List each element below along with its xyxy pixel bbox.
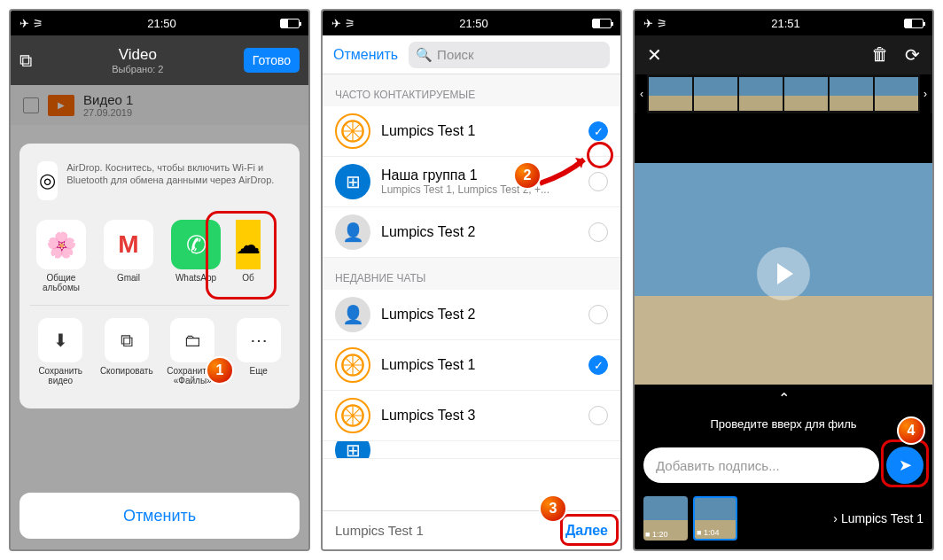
frame bbox=[739, 77, 783, 111]
citrus-avatar-icon bbox=[335, 398, 370, 433]
default-avatar-icon: 👤 bbox=[335, 214, 370, 250]
status-bar: ✈⚞ 21:51 bbox=[635, 11, 932, 35]
status-time: 21:50 bbox=[147, 17, 176, 30]
citrus-avatar-icon bbox=[335, 347, 370, 383]
caption-input[interactable]: Добавить подпись... bbox=[643, 447, 879, 483]
arrow-icon bbox=[535, 152, 597, 188]
battery-icon bbox=[904, 19, 924, 28]
wifi-icon: ⚞ bbox=[33, 17, 43, 30]
thumb-duration: ■ 1:20 bbox=[645, 530, 667, 539]
app-row: 🌸 Общие альбомы M Gmail ✆ WhatsApp ☁ Об bbox=[30, 207, 289, 305]
app-label: Общие альбомы bbox=[34, 273, 89, 292]
trim-handle-left[interactable]: ‹ bbox=[636, 74, 647, 113]
cancel-button[interactable]: Отменить bbox=[19, 493, 300, 539]
highlight-send bbox=[881, 439, 929, 487]
thumb-duration: ■ 1:04 bbox=[697, 528, 719, 537]
annotation-2: 2 bbox=[513, 161, 542, 190]
highlight-next bbox=[560, 514, 619, 546]
battery-icon bbox=[280, 19, 300, 28]
contact-row[interactable]: 👤 Lumpics Test 2 bbox=[323, 290, 620, 340]
download-icon: ⬇ bbox=[38, 318, 82, 362]
windows-avatar-icon: ⊞ bbox=[335, 441, 370, 459]
frame bbox=[784, 77, 828, 111]
annotation-1: 1 bbox=[206, 356, 234, 385]
copy-icon: ⧉ bbox=[105, 318, 149, 362]
editor-header: ✕ 🗑 ⟳ bbox=[635, 35, 932, 74]
section-frequent: ЧАСТО КОНТАКТИРУЕМЫЕ bbox=[323, 74, 620, 106]
airplane-icon: ✈ bbox=[643, 17, 653, 30]
contact-row[interactable]: Lumpics Test 3 bbox=[323, 391, 620, 441]
phone-2-contact-picker: ✈⚞ 21:50 Отменить 🔍 Поиск ЧАСТО КОНТАКТИ… bbox=[321, 9, 622, 551]
photos-app[interactable]: 🌸 Общие альбомы bbox=[34, 220, 89, 292]
contact-row[interactable]: 👤 Lumpics Test 2 bbox=[323, 207, 620, 258]
radio-unchecked[interactable] bbox=[588, 222, 608, 242]
contact-row-partial[interactable]: ⊞ bbox=[323, 441, 620, 459]
action-row: ⬇ Сохранить видео ⧉ Скопировать 🗀 Сохран… bbox=[30, 305, 289, 398]
radio-checked[interactable]: ✓ bbox=[588, 355, 608, 375]
app-label: Gmail bbox=[117, 273, 140, 283]
status-bar: ✈⚞ 21:50 bbox=[11, 11, 308, 35]
airdrop-row[interactable]: ◎ AirDrop. Коснитесь, чтобы включить Wi-… bbox=[30, 154, 289, 207]
frame bbox=[875, 77, 918, 111]
video-header: ⧉ Video Выбрано: 2 Готово bbox=[11, 35, 308, 85]
picker-header: Отменить 🔍 Поиск bbox=[323, 35, 620, 74]
trash-icon[interactable]: 🗑 bbox=[871, 44, 889, 66]
cancel-button[interactable]: Отменить bbox=[333, 47, 398, 63]
airplane-icon: ✈ bbox=[19, 17, 29, 30]
search-input[interactable]: 🔍 Поиск bbox=[409, 42, 610, 68]
status-time: 21:50 bbox=[459, 17, 488, 30]
phone-3-send-preview: ✈⚞ 21:51 ✕ 🗑 ⟳ ‹ › ⌃ Проведите вверх для… bbox=[633, 9, 934, 551]
action-label: Еще bbox=[250, 366, 268, 376]
recipient-chip[interactable]: › Lumpics Test 1 bbox=[833, 511, 924, 525]
chevron-up-icon[interactable]: ⌃ bbox=[635, 385, 932, 407]
save-video-action[interactable]: ⬇ Сохранить видео bbox=[34, 318, 88, 385]
contact-name: Lumpics Test 2 bbox=[381, 224, 578, 240]
folder-plus-icon[interactable]: ⧉ bbox=[19, 51, 32, 71]
header-title: Video bbox=[112, 46, 163, 64]
more-icon: ⋯ bbox=[237, 318, 281, 362]
selected-name: Lumpics Test 1 bbox=[335, 523, 424, 538]
search-icon: 🔍 bbox=[416, 47, 433, 63]
photos-icon: 🌸 bbox=[36, 220, 86, 269]
highlight-whatsapp bbox=[206, 211, 277, 299]
thumbnails-row: ■ 1:20 ■ 1:04 › Lumpics Test 1 bbox=[635, 489, 932, 548]
caption-placeholder: Добавить подпись... bbox=[656, 458, 780, 473]
contact-name: Lumpics Test 2 bbox=[381, 307, 578, 323]
copy-action[interactable]: ⧉ Скопировать bbox=[100, 318, 154, 385]
wifi-icon: ⚞ bbox=[345, 17, 355, 30]
video-preview[interactable] bbox=[635, 163, 932, 385]
crop-icon[interactable]: ⟳ bbox=[905, 44, 920, 66]
contact-name: Lumpics Test 1 bbox=[381, 357, 578, 373]
radio-checked[interactable]: ✓ bbox=[588, 121, 608, 141]
search-placeholder: Поиск bbox=[437, 47, 474, 62]
phone-1-share-sheet: ✈⚞ 21:50 ⧉ Video Выбрано: 2 Готово ▶ Вид… bbox=[9, 9, 310, 551]
trim-handle-right[interactable]: › bbox=[920, 74, 931, 113]
citrus-avatar-icon bbox=[335, 113, 370, 149]
play-icon bbox=[777, 263, 793, 284]
share-sheet: ◎ AirDrop. Коснитесь, чтобы включить Wi-… bbox=[19, 144, 300, 408]
gmail-app[interactable]: M Gmail bbox=[101, 220, 156, 292]
airplane-icon: ✈ bbox=[331, 17, 341, 30]
done-button[interactable]: Готово bbox=[244, 48, 300, 73]
video-thumb[interactable]: ■ 1:20 bbox=[643, 496, 688, 541]
gmail-icon: M bbox=[104, 220, 153, 269]
more-action[interactable]: ⋯ Еще bbox=[232, 318, 286, 385]
radio-unchecked[interactable] bbox=[588, 305, 608, 324]
radio-unchecked[interactable] bbox=[588, 406, 608, 425]
swipe-hint: Проведите вверх для филь bbox=[635, 407, 932, 441]
action-label: Скопировать bbox=[100, 366, 153, 376]
video-thumb-selected[interactable]: ■ 1:04 bbox=[693, 496, 737, 541]
trim-filmstrip[interactable]: ‹ › bbox=[635, 74, 932, 113]
contact-row[interactable]: Lumpics Test 1 ✓ bbox=[323, 106, 620, 157]
close-icon[interactable]: ✕ bbox=[647, 44, 662, 66]
contact-row[interactable]: Lumpics Test 1 ✓ bbox=[323, 340, 620, 391]
frame bbox=[830, 77, 873, 111]
section-recent: НЕДАВНИЕ ЧАТЫ bbox=[323, 258, 620, 290]
annotation-3: 3 bbox=[539, 494, 567, 523]
status-time: 21:51 bbox=[771, 17, 800, 30]
frame bbox=[694, 77, 737, 111]
airdrop-text: AirDrop. Коснитесь, чтобы включить Wi-Fi… bbox=[66, 161, 282, 187]
default-avatar-icon: 👤 bbox=[335, 297, 370, 332]
play-button[interactable] bbox=[757, 247, 810, 300]
contact-name: Lumpics Test 3 bbox=[381, 408, 578, 424]
